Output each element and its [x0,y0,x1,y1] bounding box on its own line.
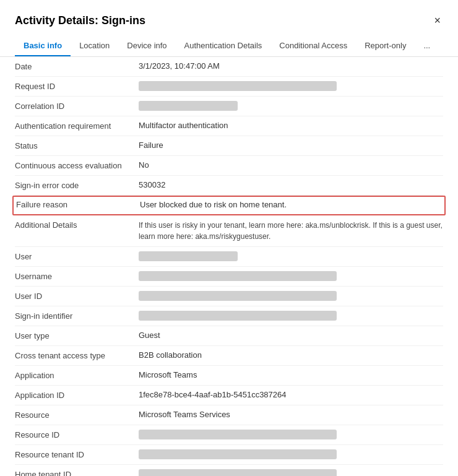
row-value [139,251,238,261]
activity-details-dialog: Activity Details: Sign-ins × Basic infoL… [0,0,458,476]
row-value: Guest [139,331,443,340]
dialog-title: Activity Details: Sign-ins [15,14,145,27]
row-value: 3/1/2023, 10:47:00 AM [139,61,443,71]
row-label: Request ID [15,81,139,91]
row-value [139,291,337,301]
row-label: Home tenant ID [15,469,139,476]
table-row: StatusFailure [15,136,443,156]
row-label: Application ID [15,390,139,400]
row-value [139,101,238,111]
table-row: Resource tenant ID [15,445,443,465]
table-row: Date3/1/2023, 10:47:00 AM [15,57,443,77]
tab-report-only[interactable]: Report-only [356,36,415,56]
table-row: User ID [15,287,443,306]
row-value: 530032 [139,180,443,189]
row-value: 1fec8e78-bce4-4aaf-ab1b-5451cc387264 [139,390,443,399]
tab-location[interactable]: Location [71,36,118,56]
row-label: User type [15,331,139,340]
tab-device-info[interactable]: Device info [118,36,175,56]
table-row: Cross tenant access typeB2B collaboratio… [15,346,443,366]
row-label: Correlation ID [15,101,139,111]
table-row: Authentication requirementMultifactor au… [15,116,443,136]
row-label: User ID [15,291,139,301]
table-row: Correlation ID [15,97,443,116]
dialog-header: Activity Details: Sign-ins × [0,0,458,28]
row-value [139,311,337,321]
row-value: B2B collaboration [139,350,443,360]
row-label: Additional Details [15,220,139,230]
row-label: Resource [15,410,139,420]
row-label: Sign-in identifier [15,311,139,321]
content-area: Date3/1/2023, 10:47:00 AMRequest IDCorre… [0,57,458,476]
tab-bar: Basic infoLocationDevice infoAuthenticat… [0,28,458,57]
table-row: Sign-in error code530032 [15,176,443,196]
row-value: Multifactor authentication [139,121,443,130]
row-label: User [15,251,139,261]
row-label: Resource ID [15,430,139,439]
table-row: Application ID1fec8e78-bce4-4aaf-ab1b-54… [15,386,443,405]
row-value [139,430,337,439]
table-row: Failure reasonUser blocked due to risk o… [12,196,446,215]
table-row: Sign-in identifier [15,306,443,326]
row-value: User blocked due to risk on home tenant. [140,200,442,209]
table-row: Resource ID [15,425,443,445]
row-value [139,469,337,476]
table-row: Additional DetailsIf this user is risky … [15,215,443,247]
table-row: Request ID [15,77,443,97]
row-label: Application [15,370,139,380]
row-value [139,81,337,91]
tab-basic-info[interactable]: Basic info [15,36,71,56]
row-label: Resource tenant ID [15,449,139,459]
row-label: Authentication requirement [15,121,139,131]
table-row: Home tenant ID [15,465,443,476]
row-label: Status [15,141,139,150]
row-value: If this user is risky in your tenant, le… [139,220,443,242]
tab-conditional-access[interactable]: Conditional Access [270,36,356,56]
tab-moremoremore[interactable]: ... [415,36,439,56]
tab-authentication-details[interactable]: Authentication Details [176,36,271,56]
row-value: No [139,160,443,170]
close-button[interactable]: × [431,12,443,28]
row-label: Username [15,271,139,281]
table-row: User [15,247,443,267]
row-label: Failure reason [16,200,140,209]
table-row: ApplicationMicrosoft Teams [15,366,443,386]
row-value [139,271,337,281]
row-label: Continuous access evaluation [15,160,139,170]
table-row: ResourceMicrosoft Teams Services [15,405,443,425]
row-label: Sign-in error code [15,180,139,190]
table-row: Username [15,267,443,287]
row-label: Date [15,61,139,71]
row-value [139,449,337,459]
row-value: Failure [139,141,443,150]
row-label: Cross tenant access type [15,350,139,360]
table-row: Continuous access evaluationNo [15,156,443,176]
row-value: Microsoft Teams Services [139,410,443,419]
table-row: User typeGuest [15,326,443,346]
row-value: Microsoft Teams [139,370,443,379]
